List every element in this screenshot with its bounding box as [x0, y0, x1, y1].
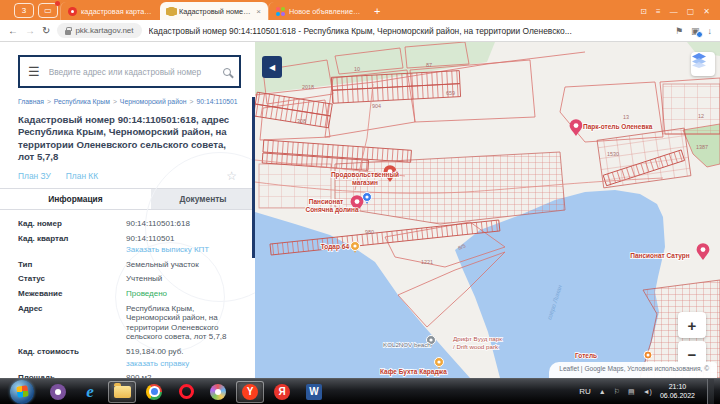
breadcrumb-region[interactable]: Республика Крым: [54, 98, 110, 105]
forward-icon[interactable]: →: [25, 25, 35, 36]
taskbar-word[interactable]: W: [300, 381, 328, 403]
svg-text:1387: 1387: [696, 144, 708, 150]
tray-expand-icon[interactable]: ▲: [599, 388, 606, 395]
plan-zu-link[interactable]: План ЗУ: [18, 171, 51, 181]
svg-text:2018: 2018: [302, 84, 314, 90]
taskbar-explorer[interactable]: [108, 381, 136, 403]
date: 06.06.2022: [660, 392, 695, 401]
tab-active-cadastral-number[interactable]: Кадастровый номер 90: ×: [160, 2, 268, 20]
breadcrumb-separator: >: [189, 98, 193, 105]
tab-title: Новое объявление — О: [289, 7, 361, 16]
row-survey: Межевание Проведено: [18, 289, 237, 299]
svg-text:1221: 1221: [421, 259, 433, 265]
taskbar-yandex-browser[interactable]: Y: [236, 381, 264, 403]
search-input[interactable]: [47, 66, 216, 78]
network-icon[interactable]: ▤: [628, 388, 635, 396]
browser-menu-icon[interactable]: ≡: [656, 7, 661, 16]
download-icon[interactable]: ↓: [708, 26, 713, 36]
tab-new-listing[interactable]: Новое объявление — О: [268, 2, 368, 20]
breadcrumb-home[interactable]: Главная: [18, 98, 44, 105]
chevron-left-icon: ◀: [269, 63, 275, 72]
row-address: Адрес Республика Крым, Черноморский райо…: [18, 304, 237, 342]
start-button[interactable]: [10, 380, 34, 404]
cost-value: 519,184.00 руб.: [126, 347, 184, 356]
svg-text:магазин: магазин: [352, 179, 378, 186]
breadcrumb-separator: >: [113, 98, 117, 105]
row-cad-quarter: Кад. квартал 90:14:110501Заказать выписк…: [18, 234, 237, 255]
tab-groups-icon[interactable]: 3: [14, 3, 34, 18]
pkk-favicon-icon: [68, 7, 77, 16]
system-tray: RU ▲ ⚐ ▤ ◄) 21:10 06.06.2022: [579, 379, 720, 404]
show-desktop-button[interactable]: [707, 379, 714, 404]
hotel-orange-marker-icon[interactable]: [644, 351, 652, 359]
svg-text:/ Drift wood park: / Drift wood park: [453, 343, 499, 350]
toolbar-icons: ⚑ ▣ ↓: [675, 26, 712, 36]
svg-text:Сонячна долина: Сонячна долина: [305, 206, 358, 214]
new-tab-button[interactable]: +: [374, 5, 380, 17]
menu-icon[interactable]: ☰: [28, 65, 40, 78]
maximize-icon[interactable]: ▢: [687, 7, 695, 16]
tab-cadastral-map[interactable]: кадастровая карта крым: [60, 2, 160, 20]
svg-text:12: 12: [698, 113, 704, 119]
window-controls: ⊡ ≡ — ▢ ✕: [640, 7, 720, 20]
url-pill[interactable]: pkk.kartagov.net: [57, 23, 141, 38]
row-cost: Кад. стоимость 519,184.00 руб.заказать с…: [18, 347, 237, 368]
map-svg: 2018 10 87 904 659 308 13 12 1387 1530 9…: [255, 42, 720, 378]
taskbar-yandex[interactable]: Я: [268, 381, 296, 403]
browser-extra-icon[interactable]: ⊡: [640, 7, 647, 16]
search-icon[interactable]: [223, 68, 231, 76]
layers-icon: [691, 52, 707, 68]
folder-icon[interactable]: ▭: [38, 3, 58, 18]
breadcrumb-district[interactable]: Черноморский район: [120, 98, 187, 105]
page-content: ☰ Главная>Республика Крым>Черноморский р…: [0, 42, 720, 378]
svg-text:Пансионат Сатурн: Пансионат Сатурн: [630, 252, 690, 260]
layers-button[interactable]: [691, 52, 715, 76]
row-cad-number: Кад. номер 90:14:110501:618: [18, 219, 237, 229]
taskbar-media-app[interactable]: [204, 381, 232, 403]
minus-icon: −: [688, 346, 697, 363]
taskbar-internet-explorer[interactable]: e: [76, 381, 104, 403]
extensions-icon[interactable]: ▣: [691, 26, 700, 36]
clock[interactable]: 21:10 06.06.2022: [660, 383, 699, 400]
volume-icon[interactable]: ◄): [643, 388, 652, 395]
tab-title: Кадастровый номер 90:: [179, 7, 252, 16]
close-window-icon[interactable]: ✕: [703, 7, 710, 16]
sidebar-scrollbar[interactable]: [252, 97, 255, 258]
taskbar-app-purple[interactable]: [44, 381, 72, 403]
bookmark-icon[interactable]: ⚑: [675, 26, 683, 36]
reload-icon[interactable]: ↻: [42, 25, 50, 36]
action-center-icon[interactable]: ⚐: [614, 388, 620, 396]
map-canvas[interactable]: 2018 10 87 904 659 308 13 12 1387 1530 9…: [255, 42, 720, 378]
svg-text:Готель: Готель: [575, 352, 597, 359]
search-box: ☰: [18, 55, 241, 88]
svg-text:KOL2NOV beach: KOL2NOV beach: [383, 341, 431, 348]
taskbar-chrome[interactable]: [140, 381, 168, 403]
minimize-icon[interactable]: —: [670, 7, 678, 16]
status-badge: Проведено: [126, 289, 237, 299]
taskbar-opera[interactable]: [172, 381, 200, 403]
breadcrumb-quarter[interactable]: 90:14:110501: [196, 98, 237, 105]
order-kpt-link[interactable]: Заказать выписку КПТ: [126, 245, 237, 255]
back-icon[interactable]: ←: [8, 25, 18, 36]
tab-information[interactable]: Информация: [0, 189, 151, 209]
close-tab-icon[interactable]: ×: [256, 7, 261, 16]
folder-icon: [114, 386, 131, 398]
map-attribution[interactable]: Leaflet | Google Maps, Условия использов…: [549, 362, 717, 378]
breadcrumb: Главная>Республика Крым>Черноморский рай…: [18, 98, 237, 105]
svg-text:904: 904: [372, 103, 381, 109]
browser-tab-bar: 3 ▭ кадастровая карта крым Кадастровый н…: [0, 0, 720, 20]
time: 21:10: [660, 383, 695, 392]
tab-count-badge: 3: [22, 6, 26, 15]
language-indicator[interactable]: RU: [579, 387, 591, 396]
plan-kk-link[interactable]: План КК: [66, 171, 98, 181]
svg-text:659: 659: [446, 90, 455, 96]
sidebar: ☰ Главная>Республика Крым>Черноморский р…: [0, 42, 255, 378]
browser-toolbar: ← → ↻ pkk.kartagov.net Кадастровый номер…: [0, 20, 720, 42]
sidebar-collapse-button[interactable]: ◀: [262, 56, 282, 78]
svg-text:Пансионат: Пансионат: [309, 198, 344, 205]
address-bar-title[interactable]: Кадастровый номер 90:14:110501:618 - Рес…: [149, 26, 668, 36]
svg-text:Продовольственный: Продовольственный: [331, 171, 399, 179]
svg-text:308: 308: [297, 118, 306, 124]
order-certificate-link[interactable]: заказать справку: [126, 359, 237, 369]
zoom-in-button[interactable]: +: [678, 312, 706, 338]
